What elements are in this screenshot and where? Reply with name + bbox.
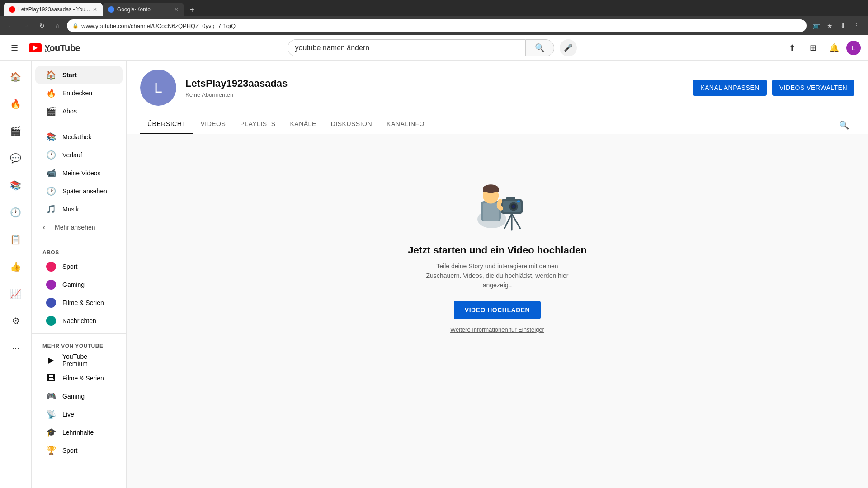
browser-toolbar: ← → ↻ ⌂ 🔒 www.youtube.com/channel/UCocN6…: [0, 16, 868, 35]
svg-rect-5: [483, 189, 499, 192]
apps-button[interactable]: ⊞: [805, 39, 822, 56]
cast-icon[interactable]: 📺: [810, 20, 822, 32]
einsteiger-link[interactable]: Weitere Informationen für Einsteiger: [450, 326, 544, 333]
sidebar-item-lehrinhalte[interactable]: 🎓 Lehrinhalte: [35, 423, 123, 441]
tab-playlists[interactable]: PLAYLISTS: [233, 115, 283, 134]
upload-video-button[interactable]: VIDEO HOCHLADEN: [454, 301, 541, 319]
sidebar-mini-clock[interactable]: 🕐: [2, 200, 29, 225]
channel-search-button[interactable]: 🔍: [834, 117, 854, 134]
tab-kanale[interactable]: KANÄLE: [283, 115, 323, 134]
upload-button[interactable]: ⬆: [784, 39, 801, 56]
yt-premium-icon: ▶: [46, 355, 56, 365]
tab-close-1[interactable]: ✕: [93, 6, 97, 13]
sidebar-item-live[interactable]: 📡 Live: [35, 405, 123, 423]
tab-videos[interactable]: VIDEOS: [193, 115, 233, 134]
sidebar-mini-trending[interactable]: 📈: [2, 281, 29, 306]
sidebar-item-abos[interactable]: 🎬 Abos: [35, 102, 123, 120]
sidebar-item-start[interactable]: 🏠 Start: [35, 66, 123, 84]
sidebar-mini-home[interactable]: 🏠: [2, 64, 29, 89]
settings-icon[interactable]: ⋮: [851, 20, 863, 32]
chevron-down-icon: ⌄: [41, 225, 50, 230]
new-tab-button[interactable]: +: [186, 4, 198, 16]
sidebar-mini-explore[interactable]: 🔥: [2, 91, 29, 117]
sidebar-mini-library[interactable]: 📚: [2, 173, 29, 198]
customize-channel-button[interactable]: KANAL ANPASSEN: [693, 80, 767, 96]
tab-kanalinfo[interactable]: KANALINFO: [379, 115, 432, 134]
sidebar-item-yt-premium[interactable]: ▶ YouTube Premium: [35, 351, 123, 369]
sidebar-item-verlauf[interactable]: 🕐 Verlauf: [35, 146, 123, 164]
sidebar-item-gaming[interactable]: Gaming: [35, 276, 123, 294]
bookmark-icon[interactable]: ★: [824, 20, 835, 32]
sidebar-mini-settings[interactable]: ⚙: [2, 308, 29, 333]
sidebar-mini-queue[interactable]: 📋: [2, 227, 29, 252]
sidebar-item-gaming2[interactable]: 🎮 Gaming: [35, 387, 123, 405]
sidebar-item-filme-serien2[interactable]: 🎞 Filme & Serien: [35, 369, 123, 387]
tab-ubersicht[interactable]: ÜBERSICHT: [140, 115, 193, 134]
channel-subscribers: Keine Abonnenten: [185, 91, 684, 98]
gaming-channel-icon: [46, 280, 56, 290]
sidebar-item-entdecken[interactable]: 🔥 Entdecken: [35, 84, 123, 102]
sidebar-nachrichten-label: Nachrichten: [62, 317, 96, 324]
lehrinhalte-icon: 🎓: [46, 427, 56, 437]
search-button[interactable]: 🔍: [525, 39, 554, 56]
sidebar-mini-subscriptions[interactable]: 🎬: [2, 118, 29, 144]
sidebar-item-sport[interactable]: Sport: [35, 258, 123, 276]
browser-tabs: LetsPlay1923aasadas - You... ✕ Google-Ko…: [0, 0, 868, 16]
browser-tab-1[interactable]: LetsPlay1923aasadas - You... ✕: [4, 3, 103, 16]
back-button[interactable]: ←: [5, 20, 17, 32]
browser-chrome: LetsPlay1923aasadas - You... ✕ Google-Ko…: [0, 0, 868, 35]
sidebar-sport-label: Sport: [62, 263, 77, 270]
sidebar-meine-videos-label: Meine Videos: [62, 169, 101, 177]
sidebar-item-nachrichten[interactable]: Nachrichten: [35, 312, 123, 330]
channel-tabs: ÜBERSICHT VIDEOS PLAYLISTS KANÄLE DISKUS…: [140, 115, 854, 134]
sidebar-item-meine-videos[interactable]: 📹 Meine Videos: [35, 164, 123, 182]
home-button[interactable]: ⌂: [52, 20, 63, 32]
address-bar[interactable]: 🔒 www.youtube.com/channel/UCocN6zQPHQZ_0…: [67, 19, 807, 32]
sidebar-more-label: Mehr ansehen: [55, 224, 95, 231]
forward-button[interactable]: →: [21, 20, 33, 32]
channel-avatar: L: [140, 70, 176, 106]
channel-name: LetsPlay1923aasadas: [185, 78, 684, 89]
security-icon: 🔒: [72, 23, 79, 29]
meine-videos-icon: 📹: [46, 168, 56, 178]
tab-diskussion[interactable]: DISKUSSION: [324, 115, 379, 134]
sidebar-more-button[interactable]: ⌄ Mehr ansehen: [32, 218, 126, 236]
channel-header-area: L LetsPlay1923aasadas Keine Abonnenten K…: [127, 61, 868, 134]
tab-close-2[interactable]: ✕: [174, 6, 179, 13]
upload-icon: ⬆: [789, 43, 796, 53]
tab-favicon-1: [9, 6, 15, 13]
sidebar-divider-2: [32, 240, 126, 240]
sidebar-item-filme-serien[interactable]: Filme & Serien: [35, 294, 123, 312]
youtube-logo[interactable]: YouTube DE: [29, 43, 80, 52]
sidebar-verlauf-label: Verlauf: [62, 151, 82, 159]
sidebar-mini-messaging[interactable]: 💬: [2, 145, 29, 171]
bell-icon: 🔔: [829, 43, 839, 53]
sidebar-mini-more[interactable]: ···: [2, 335, 29, 361]
download-icon[interactable]: ⬇: [837, 20, 849, 32]
sidebar-item-spaeter[interactable]: 🕑 Später ansehen: [35, 182, 123, 200]
search-input[interactable]: [288, 39, 525, 56]
avatar-letter: L: [852, 44, 855, 52]
sidebar-mini-liked[interactable]: 👍: [2, 254, 29, 279]
manage-videos-button[interactable]: VIDEOS VERWALTEN: [772, 80, 854, 96]
empty-state-illustration: [461, 161, 533, 234]
tab-title-2: Google-Konto: [117, 6, 151, 13]
sidebar-live-label: Live: [62, 411, 74, 418]
header-right: ⬆ ⊞ 🔔 L: [784, 39, 861, 56]
filme-serien2-icon: 🎞: [46, 374, 56, 383]
avatar[interactable]: L: [846, 41, 861, 55]
sidebar-entdecken-label: Entdecken: [62, 89, 92, 97]
mic-button[interactable]: 🎤: [560, 39, 577, 56]
search-icon: 🔍: [535, 43, 545, 53]
sidebar-item-musik[interactable]: 🎵 Musik: [35, 200, 123, 218]
channel-actions: KANAL ANPASSEN VIDEOS VERWALTEN: [693, 80, 854, 96]
clock-icon: 🕐: [10, 207, 21, 218]
browser-tab-2[interactable]: Google-Konto ✕: [103, 3, 184, 16]
hamburger-button[interactable]: ☰: [7, 39, 22, 56]
sidebar-item-mediathek[interactable]: 📚 Mediathek: [35, 128, 123, 146]
notifications-button[interactable]: 🔔: [826, 39, 843, 56]
sidebar-item-sport2[interactable]: 🏆 Sport: [35, 441, 123, 460]
sport-channel-icon: [46, 262, 56, 272]
refresh-button[interactable]: ↻: [36, 20, 48, 32]
mediathek-icon: 📚: [46, 132, 56, 142]
